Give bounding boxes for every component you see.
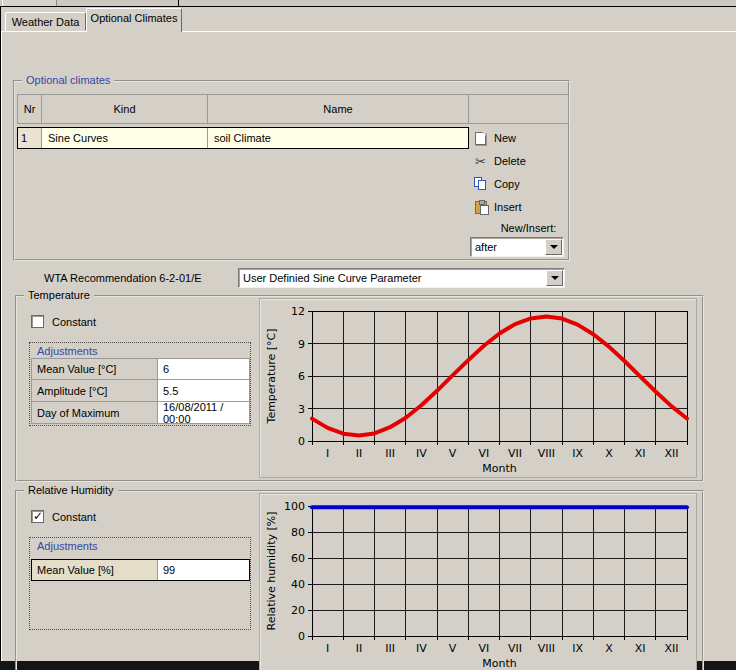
delete-button[interactable]: ✂ Delete bbox=[473, 153, 570, 169]
new-page-icon bbox=[473, 131, 488, 146]
svg-text:IV: IV bbox=[416, 447, 427, 460]
humidity-adjustments-group: Adjustments Mean Value [%] 99 bbox=[29, 537, 251, 630]
wta-recommendation-label: WTA Recommendation 6-2-01/E bbox=[44, 272, 202, 284]
humidity-chart-panel: 020406080100IIIIIIIVVVIVIIVIIIIXXXIXIIMo… bbox=[259, 493, 697, 670]
svg-text:X: X bbox=[605, 642, 613, 655]
svg-text:9: 9 bbox=[298, 338, 305, 351]
dropdown-button[interactable] bbox=[545, 239, 562, 255]
tab-optional-climates[interactable]: Optional Climates bbox=[86, 8, 182, 32]
svg-text:IX: IX bbox=[572, 447, 583, 460]
new-insert-label: New/Insert: bbox=[473, 222, 570, 234]
svg-text:II: II bbox=[356, 642, 363, 655]
svg-text:V: V bbox=[449, 642, 457, 655]
table-actions: New ✂ Delete Copy Insert New/Insert: bbox=[473, 130, 570, 236]
humidity-constant-label: Constant bbox=[52, 511, 96, 523]
svg-text:20: 20 bbox=[291, 604, 305, 617]
cell-name[interactable]: soil Climate bbox=[208, 128, 468, 148]
optional-climates-group: Optional climates Nr Kind Name 1 Sine Cu… bbox=[13, 80, 570, 261]
scissors-icon: ✂ bbox=[473, 154, 488, 169]
mean-value-label: Mean Value [%] bbox=[32, 560, 158, 580]
cell-kind[interactable]: Sine Curves bbox=[42, 128, 208, 148]
svg-text:VI: VI bbox=[479, 642, 490, 655]
window-edge-top bbox=[0, 0, 736, 7]
amplitude-row: Amplitude [°C] 5.5 bbox=[31, 380, 250, 402]
mean-value-field[interactable]: 6 bbox=[158, 359, 249, 379]
insert-button[interactable]: Insert bbox=[473, 199, 570, 215]
day-of-maximum-field[interactable]: 16/08/2011 / 00:00 bbox=[158, 402, 249, 423]
new-insert-dropdown-value: after bbox=[471, 241, 545, 253]
new-button-label: New bbox=[494, 132, 516, 144]
svg-text:12: 12 bbox=[291, 305, 305, 318]
delete-button-label: Delete bbox=[494, 155, 526, 167]
cell-nr[interactable]: 1 bbox=[18, 128, 42, 148]
svg-text:Relative humidity [%]: Relative humidity [%] bbox=[265, 512, 278, 631]
mean-value-field[interactable]: 99 bbox=[158, 560, 249, 580]
wta-recommendation-value: User Definied Sine Curve Parameter bbox=[239, 272, 546, 284]
window-edge-segment bbox=[2, 0, 57, 6]
column-header-kind[interactable]: Kind bbox=[42, 95, 208, 123]
amplitude-label: Amplitude [°C] bbox=[32, 380, 158, 401]
svg-text:XII: XII bbox=[664, 447, 678, 460]
svg-text:I: I bbox=[326, 642, 329, 655]
svg-text:Month: Month bbox=[482, 462, 517, 475]
svg-text:VIII: VIII bbox=[538, 642, 555, 655]
temperature-constant-checkbox[interactable] bbox=[31, 315, 44, 328]
temperature-chart: 036912IIIIIIIVVVIVIIVIIIIXXXIXIIMonthTem… bbox=[260, 299, 698, 479]
svg-text:IV: IV bbox=[416, 642, 427, 655]
svg-text:III: III bbox=[385, 447, 395, 460]
wta-recommendation-dropdown[interactable]: User Definied Sine Curve Parameter bbox=[238, 268, 565, 288]
temperature-adjustments-group: Adjustments Mean Value [°C] 6 Amplitude … bbox=[29, 342, 251, 426]
svg-text:60: 60 bbox=[291, 552, 305, 565]
svg-text:VII: VII bbox=[508, 447, 522, 460]
chevron-down-icon bbox=[551, 276, 559, 284]
svg-text:VIII: VIII bbox=[538, 447, 555, 460]
humidity-adjustments-label: Adjustments bbox=[37, 540, 98, 552]
mean-value-row: Mean Value [°C] 6 bbox=[31, 358, 250, 380]
temperature-constant-label: Constant bbox=[52, 316, 96, 328]
svg-text:6: 6 bbox=[298, 370, 305, 383]
new-button[interactable]: New bbox=[473, 130, 570, 146]
relative-humidity-group: Relative Humidity Constant Adjustments M… bbox=[15, 490, 704, 670]
svg-text:Month: Month bbox=[482, 657, 517, 670]
day-of-maximum-label: Day of Maximum bbox=[32, 402, 158, 423]
humidity-chart: 020406080100IIIIIIIVVVIVIIVIIIIXXXIXIIMo… bbox=[260, 494, 698, 670]
optional-climates-group-label: Optional climates bbox=[22, 74, 114, 86]
svg-text:100: 100 bbox=[284, 500, 305, 513]
copy-button-label: Copy bbox=[494, 178, 520, 190]
svg-text:XI: XI bbox=[635, 642, 646, 655]
svg-text:I: I bbox=[326, 447, 329, 460]
optional-climates-tab-page: Optional climates Nr Kind Name 1 Sine Cu… bbox=[1, 31, 736, 661]
mean-value-label: Mean Value [°C] bbox=[32, 359, 158, 379]
svg-text:X: X bbox=[605, 447, 613, 460]
copy-button[interactable]: Copy bbox=[473, 176, 570, 192]
clipboard-paste-icon bbox=[473, 200, 488, 215]
chevron-down-icon bbox=[550, 245, 558, 253]
column-header-name[interactable]: Name bbox=[208, 95, 469, 123]
window-edge-tick bbox=[178, 0, 179, 7]
day-of-maximum-row: Day of Maximum 16/08/2011 / 00:00 bbox=[31, 402, 250, 424]
insert-button-label: Insert bbox=[494, 201, 522, 213]
column-header-empty bbox=[469, 95, 568, 123]
amplitude-field[interactable]: 5.5 bbox=[158, 380, 249, 401]
svg-text:80: 80 bbox=[291, 526, 305, 539]
svg-text:VI: VI bbox=[479, 447, 490, 460]
table-row[interactable]: 1 Sine Curves soil Climate bbox=[17, 127, 469, 149]
humidity-constant-row: Constant bbox=[31, 510, 96, 523]
temperature-group: Temperature Constant Adjustments Mean Va… bbox=[15, 295, 704, 482]
humidity-constant-checkbox[interactable] bbox=[31, 510, 44, 523]
new-insert-dropdown[interactable]: after bbox=[470, 237, 564, 257]
svg-text:II: II bbox=[356, 447, 363, 460]
svg-text:V: V bbox=[449, 447, 457, 460]
tab-weather-data[interactable]: Weather Data bbox=[5, 12, 86, 31]
column-header-nr[interactable]: Nr bbox=[18, 95, 42, 123]
temperature-constant-row: Constant bbox=[31, 315, 96, 328]
temperature-chart-panel: 036912IIIIIIIVVVIVIIVIIIIXXXIXIIMonthTem… bbox=[259, 298, 697, 478]
svg-text:VII: VII bbox=[508, 642, 522, 655]
svg-text:Temperature [°C]: Temperature [°C] bbox=[265, 329, 278, 425]
svg-text:0: 0 bbox=[298, 435, 305, 448]
temperature-group-label: Temperature bbox=[24, 289, 94, 301]
dropdown-button[interactable] bbox=[546, 270, 563, 286]
relative-humidity-group-label: Relative Humidity bbox=[24, 484, 118, 496]
svg-text:0: 0 bbox=[298, 630, 305, 643]
temperature-adjustments-label: Adjustments bbox=[37, 345, 98, 357]
